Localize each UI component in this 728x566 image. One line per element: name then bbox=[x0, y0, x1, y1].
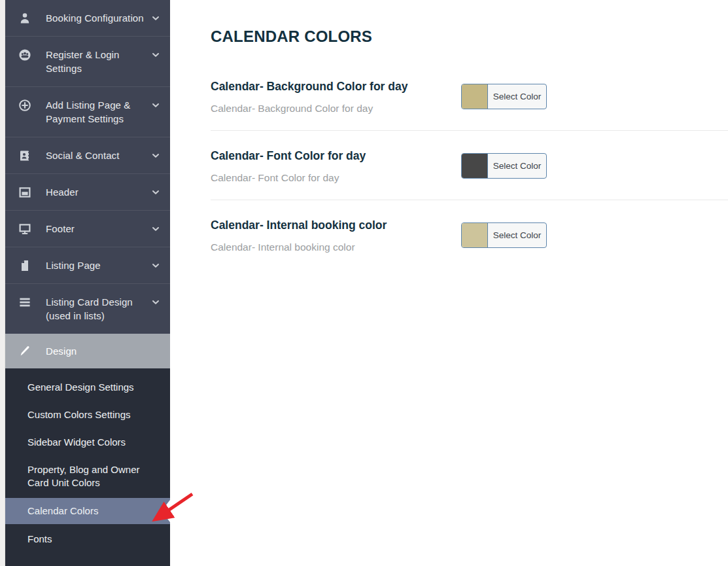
sidebar-subitem-property-blog-owner-card-unit-colors[interactable]: Property, Blog and Owner Card Unit Color… bbox=[5, 456, 170, 497]
setting-description: Calendar- Internal booking color bbox=[211, 241, 461, 253]
sidebar-item-label: Social & Contact bbox=[46, 149, 145, 162]
select-color-button[interactable]: Select Color bbox=[461, 222, 547, 248]
pencil-icon bbox=[18, 345, 31, 358]
chevron-down-icon bbox=[150, 260, 161, 271]
chevron-down-icon bbox=[150, 100, 161, 111]
sidebar-subitem-calendar-colors[interactable]: Calendar Colors bbox=[5, 498, 170, 524]
sidebar-item-label: Listing Card Design (used in lists) bbox=[46, 295, 145, 323]
sidebar-subitem-fonts[interactable]: Fonts bbox=[5, 525, 170, 553]
select-color-label: Select Color bbox=[488, 84, 546, 109]
setting-description: Calendar- Font Color for day bbox=[211, 172, 461, 184]
sidebar-item-footer[interactable]: Footer bbox=[5, 210, 170, 247]
page-icon bbox=[18, 259, 31, 272]
sidebar-subitem-general-design-settings[interactable]: General Design Settings bbox=[5, 374, 170, 401]
sidebar-subitem-label: Fonts bbox=[27, 533, 52, 544]
sidebar-subitem-custom-colors-settings[interactable]: Custom Colors Settings bbox=[5, 401, 170, 429]
setting-text: Calendar- Font Color for day Calendar- F… bbox=[211, 149, 461, 184]
user-icon bbox=[18, 12, 31, 25]
sidebar-subitem-label: Property, Blog and Owner Card Unit Color… bbox=[27, 464, 139, 488]
contact-card-icon bbox=[18, 149, 31, 162]
color-swatch bbox=[462, 84, 488, 109]
chevron-down-icon bbox=[150, 187, 161, 198]
setting-heading: Calendar- Font Color for day bbox=[211, 149, 461, 163]
sidebar-subitem-sidebar-widget-colors[interactable]: Sidebar Widget Colors bbox=[5, 429, 170, 456]
sidebar-item-listing-page[interactable]: Listing Page bbox=[5, 247, 170, 283]
sidebar-item-label: Booking Configuration bbox=[46, 11, 145, 25]
setting-text: Calendar- Background Color for day Calen… bbox=[211, 80, 461, 115]
color-swatch bbox=[462, 154, 488, 178]
sidebar-subitem-label: Custom Colors Settings bbox=[27, 409, 131, 420]
sidebar-item-header[interactable]: Header bbox=[5, 173, 170, 210]
select-color-button[interactable]: Select Color bbox=[461, 153, 547, 179]
design-submenu: General Design Settings Custom Colors Se… bbox=[5, 368, 170, 566]
sidebar-item-label: Listing Page bbox=[46, 258, 145, 272]
setting-heading: Calendar- Background Color for day bbox=[211, 80, 461, 94]
users-icon bbox=[18, 48, 31, 62]
chevron-down-icon bbox=[150, 150, 161, 161]
left-gutter bbox=[0, 0, 5, 566]
main-content: CALENDAR COLORS Calendar- Background Col… bbox=[170, 0, 728, 566]
setting-row-internal-booking-color: Calendar- Internal booking color Calenda… bbox=[211, 200, 728, 269]
sidebar-item-design[interactable]: Design bbox=[5, 334, 170, 368]
sidebar-item-label: Register & Login Settings bbox=[46, 48, 145, 75]
settings-page: Booking Configuration Register & Login S… bbox=[0, 0, 728, 566]
add-circle-icon bbox=[18, 99, 31, 112]
sidebar-item-booking-configuration[interactable]: Booking Configuration bbox=[5, 0, 170, 36]
monitor-icon bbox=[18, 222, 31, 236]
sidebar-item-register-login-settings[interactable]: Register & Login Settings bbox=[5, 36, 170, 86]
sidebar-item-label: Footer bbox=[46, 222, 145, 236]
window-icon bbox=[18, 186, 31, 199]
chevron-down-icon bbox=[150, 50, 161, 60]
sidebar-item-listing-card-design[interactable]: Listing Card Design (used in lists) bbox=[5, 283, 170, 334]
chevron-down-icon bbox=[150, 13, 161, 24]
sidebar-item-label: Add Listing Page & Payment Settings bbox=[46, 98, 145, 126]
chevron-down-icon bbox=[150, 297, 161, 308]
setting-row-font-color-for-day: Calendar- Font Color for day Calendar- F… bbox=[211, 131, 728, 200]
color-swatch bbox=[462, 223, 488, 247]
sidebar-subitem-label: Sidebar Widget Colors bbox=[27, 436, 126, 448]
setting-description: Calendar- Background Color for day bbox=[211, 103, 461, 115]
select-color-label: Select Color bbox=[488, 223, 546, 247]
setting-text: Calendar- Internal booking color Calenda… bbox=[211, 219, 461, 253]
sidebar-subitem-label: General Design Settings bbox=[27, 381, 134, 393]
sidebar-item-social-contact[interactable]: Social & Contact bbox=[5, 137, 170, 173]
sidebar-subitem-label: Calendar Colors bbox=[27, 505, 98, 516]
sidebar: Booking Configuration Register & Login S… bbox=[5, 0, 170, 566]
sidebar-item-label: Design bbox=[46, 344, 145, 358]
select-color-button[interactable]: Select Color bbox=[461, 84, 547, 109]
chevron-down-icon bbox=[150, 224, 161, 234]
setting-row-background-color-for-day: Calendar- Background Color for day Calen… bbox=[211, 62, 728, 131]
setting-heading: Calendar- Internal booking color bbox=[211, 219, 461, 232]
page-title: CALENDAR COLORS bbox=[211, 27, 728, 46]
menu-icon bbox=[18, 296, 31, 309]
sidebar-item-label: Header bbox=[46, 185, 145, 199]
sidebar-item-add-listing-payment-settings[interactable]: Add Listing Page & Payment Settings bbox=[5, 86, 170, 137]
select-color-label: Select Color bbox=[488, 154, 546, 178]
